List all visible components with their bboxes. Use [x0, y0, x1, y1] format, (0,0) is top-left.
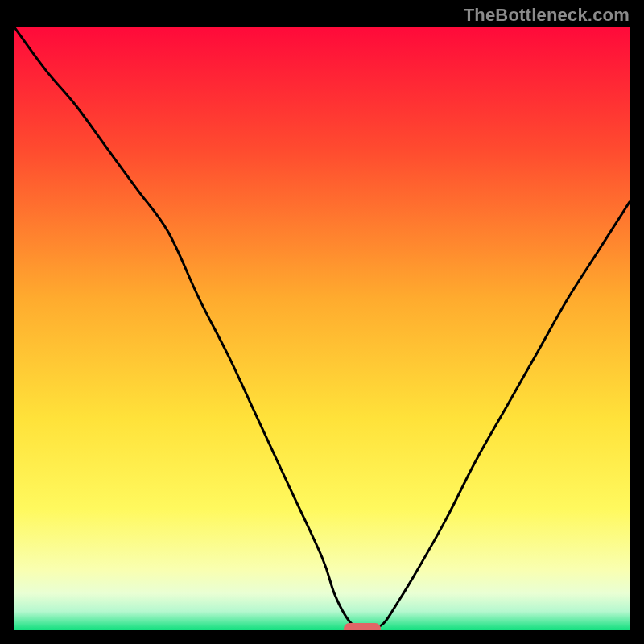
watermark-text: TheBottleneck.com: [464, 5, 630, 26]
chart-frame: TheBottleneck.com: [0, 0, 644, 644]
bottleneck-curve: [14, 27, 630, 630]
optimal-marker: [344, 623, 381, 630]
plot-area: [14, 27, 630, 630]
